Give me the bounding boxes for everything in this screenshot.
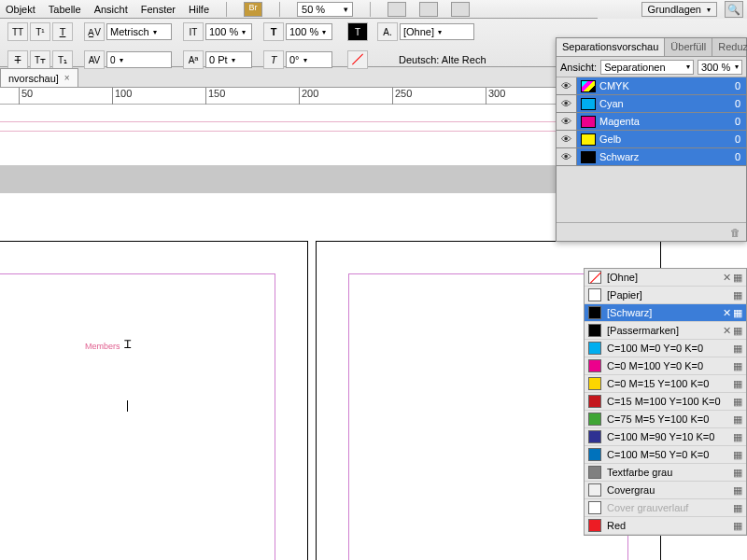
color-type-icon: ▦ (733, 325, 742, 337)
ansicht-dropdown[interactable]: Separationen (600, 60, 694, 75)
ink-name: Cyan (599, 98, 624, 109)
panel-tabs: Separationsvorschau Überfüll Reduzie (557, 38, 746, 57)
char-style-field[interactable]: [Ohne] (400, 23, 474, 40)
swatch-box (588, 413, 601, 426)
menu-ansicht[interactable]: Ansicht (94, 4, 128, 15)
skew-field[interactable]: 0° (286, 51, 332, 68)
workspace-dropdown[interactable]: Grundlagen▾ (641, 2, 718, 17)
color-type-icon: ▦ (733, 343, 742, 355)
swatch-row[interactable]: C=100 M=50 Y=0 K=0▦ (585, 446, 746, 464)
baseline-field[interactable]: 0 Pt (205, 51, 252, 68)
visibility-eye-icon[interactable]: 👁 (557, 95, 577, 112)
swatch-box (588, 377, 601, 390)
swatch-row[interactable]: [Ohne]✕▦ (585, 269, 746, 287)
arrange-icon[interactable] (451, 2, 470, 17)
locked-icon: ✕ (723, 307, 731, 319)
swatch-row[interactable]: C=0 M=100 Y=0 K=0▦ (585, 357, 746, 375)
color-type-icon: ▦ (733, 467, 742, 479)
underline-button[interactable]: T (52, 22, 73, 41)
swatch-row[interactable]: C=75 M=5 Y=100 K=0▦ (585, 411, 746, 428)
menu-tabelle[interactable]: Tabelle (49, 4, 81, 15)
vscale-field[interactable]: 100 % (205, 23, 252, 40)
separation-row[interactable]: 👁Cyan0 (557, 95, 746, 113)
swatch-name: [Ohne] (607, 272, 638, 283)
tracking-field[interactable]: 0 (106, 51, 172, 68)
hscale-icon: T (263, 22, 284, 41)
text-members[interactable]: Members (85, 342, 120, 351)
visibility-eye-icon[interactable]: 👁 (557, 131, 577, 147)
swatch-row[interactable]: [Passermarken]✕▦ (585, 322, 746, 340)
ink-swatch (581, 98, 596, 110)
swatch-name: C=100 M=0 Y=0 K=0 (607, 343, 703, 354)
trash-icon[interactable]: 🗑 (730, 227, 740, 238)
stroke-color-icon[interactable] (347, 50, 368, 69)
separation-row[interactable]: 👁CMYK0 (557, 77, 746, 95)
document-tab[interactable]: nvorschau] × (0, 68, 78, 87)
ink-swatch (581, 80, 596, 92)
swatch-box (588, 519, 601, 532)
visibility-eye-icon[interactable]: 👁 (557, 113, 577, 130)
swatch-box (588, 395, 601, 408)
color-type-icon: ▦ (733, 520, 742, 532)
swatch-box (588, 483, 601, 497)
language-field[interactable]: Deutsch: Alte Rech (396, 51, 499, 68)
screen-mode-icon[interactable] (419, 2, 438, 17)
swatch-row[interactable]: [Schwarz]✕▦ (585, 304, 746, 322)
tab-trap[interactable]: Überfüll (665, 38, 712, 56)
tab-separations[interactable]: Separationsvorschau (557, 38, 665, 56)
swatch-row[interactable]: C=100 M=90 Y=10 K=0▦ (585, 428, 746, 446)
visibility-eye-icon[interactable]: 👁 (557, 148, 577, 165)
swatch-row[interactable]: Textfarbe grau▦ (585, 464, 746, 482)
color-type-icon: ▦ (733, 413, 742, 426)
text-cursor-icon: Ꮖ (124, 338, 132, 351)
menu-fenster[interactable]: Fenster (141, 4, 176, 15)
view-mode-icon[interactable] (388, 2, 406, 17)
swatch-row[interactable]: Red▦ (585, 517, 746, 535)
color-type-icon: ▦ (733, 396, 742, 408)
color-type-icon: ▦ (733, 484, 742, 497)
hscale-field[interactable]: 100 % (286, 23, 332, 40)
search-icon[interactable]: 🔍 (725, 1, 743, 18)
ink-value: 0 (735, 133, 746, 145)
separation-row[interactable]: 👁Gelb0 (557, 131, 746, 148)
swatch-row[interactable]: C=15 M=100 Y=100 K=0▦ (585, 393, 746, 411)
small-caps-button[interactable]: T¹ (30, 22, 50, 41)
color-type-icon: ▦ (733, 307, 742, 319)
visibility-eye-icon[interactable]: 👁 (557, 77, 577, 94)
subscript-button[interactable]: T₁ (52, 50, 73, 69)
menu-hilfe[interactable]: Hilfe (189, 4, 209, 15)
swatch-box (588, 324, 601, 337)
kerning-field[interactable]: Metrisch (106, 23, 172, 40)
swatch-box (588, 430, 601, 443)
separation-row[interactable]: 👁Magenta0 (557, 113, 746, 131)
swatch-name: C=100 M=90 Y=10 K=0 (607, 431, 714, 442)
strikethrough-button[interactable]: T (7, 50, 28, 69)
ruler-tick: 200 (299, 88, 318, 105)
zoom-level-field[interactable]: 50 % (297, 2, 353, 17)
separation-row[interactable]: 👁Schwarz0 (557, 148, 746, 166)
ink-swatch (581, 116, 596, 128)
superscript-button[interactable]: TT (7, 22, 28, 41)
fill-color-icon[interactable]: T (347, 22, 368, 41)
separator (279, 2, 280, 17)
ink-swatch (581, 133, 596, 146)
bridge-icon[interactable]: Br (244, 2, 262, 17)
preview-zoom-field[interactable]: 300 % (698, 60, 742, 75)
ruler-tick: 100 (112, 88, 132, 105)
swatch-row[interactable]: Covergrau▦ (585, 482, 746, 499)
swatch-row[interactable]: Cover grauverlauf▦ (585, 499, 746, 517)
swatch-row[interactable]: C=0 M=15 Y=100 K=0▦ (585, 375, 746, 393)
panel-empty-area (557, 166, 746, 222)
swatch-row[interactable]: [Papier]▦ (585, 287, 746, 304)
color-type-icon: ▦ (733, 431, 742, 443)
swatch-name: Textfarbe grau (607, 467, 672, 478)
close-icon[interactable]: × (64, 73, 70, 83)
menu-objekt[interactable]: Objekt (6, 4, 35, 15)
swatch-name: C=100 M=50 Y=0 K=0 (607, 449, 709, 460)
ansicht-label: Ansicht: (560, 62, 597, 73)
allcaps-button[interactable]: Tᴛ (30, 50, 50, 69)
tracking-icon: AV (84, 50, 105, 69)
page-left[interactable]: Members Ꮖ (0, 241, 308, 560)
swatch-row[interactable]: C=100 M=0 Y=0 K=0▦ (585, 340, 746, 357)
tab-flatten[interactable]: Reduzie (712, 38, 747, 56)
